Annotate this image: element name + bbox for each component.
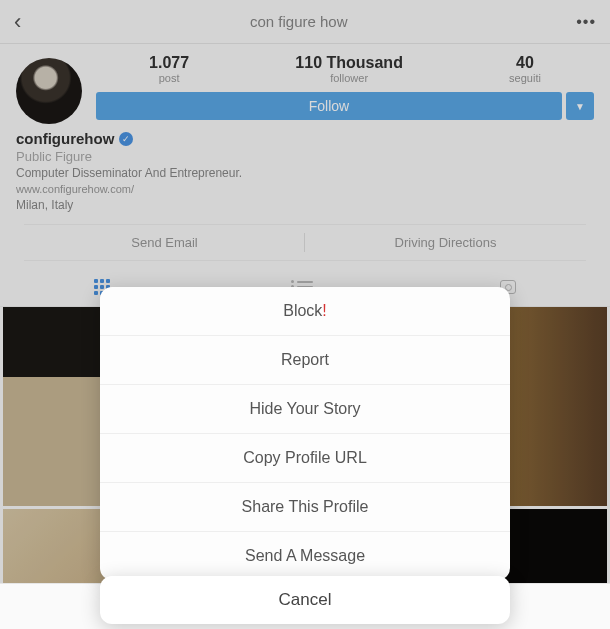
block-button[interactable]: Block! xyxy=(100,287,510,336)
action-sheet: Block! Report Hide Your Story Copy Profi… xyxy=(100,287,510,580)
send-message-button[interactable]: Send A Message xyxy=(100,532,510,580)
report-button[interactable]: Report xyxy=(100,336,510,385)
cancel-button[interactable]: Cancel xyxy=(100,576,510,624)
share-profile-button[interactable]: Share This Profile xyxy=(100,483,510,532)
copy-url-button[interactable]: Copy Profile URL xyxy=(100,434,510,483)
hide-story-button[interactable]: Hide Your Story xyxy=(100,385,510,434)
